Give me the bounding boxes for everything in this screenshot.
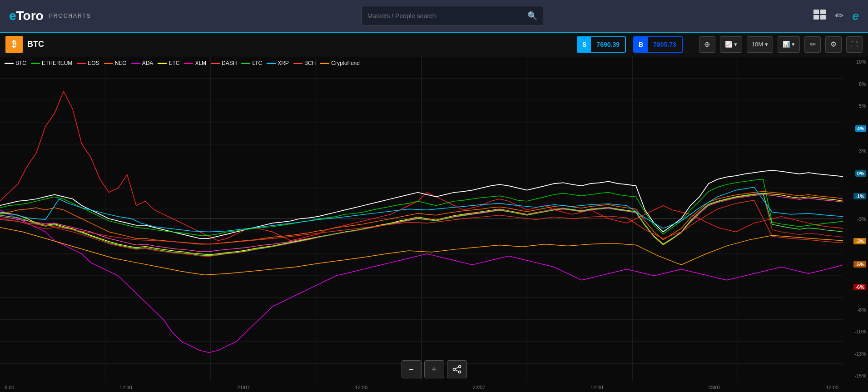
logo-area: eToro PROCHARTS	[9, 9, 91, 23]
search-input[interactable]	[367, 12, 527, 20]
y-badge-0p: 0%	[855, 170, 866, 177]
y-label-neg8p: -8%	[843, 307, 868, 313]
legend-item-xrp: XRP	[267, 60, 289, 66]
chart-legend: BTC ETHEREUM EOS NEO ADA ETC	[5, 60, 360, 66]
y-label-8p: 8%	[843, 81, 868, 87]
x-label-12a: 12:00	[119, 385, 132, 390]
svg-point-26	[458, 366, 461, 368]
settings-button[interactable]: ⚙	[825, 36, 842, 53]
svg-rect-1	[820, 10, 826, 14]
y-label-neg3p: -3%	[843, 216, 868, 222]
svg-point-27	[458, 371, 461, 373]
legend-label-ada: ADA	[142, 60, 154, 66]
search-bar[interactable]: 🔍	[362, 6, 543, 26]
y-badge-4p: 4%	[855, 125, 866, 132]
x-label-12d: 12:00	[826, 385, 838, 390]
chart-container: ₿ BTC S 7690.39 B 7805.73 ⊕ 📈 ▾ 10M ▾ 📊 …	[0, 33, 868, 392]
legend-item-ethereum: ETHEREUM	[31, 60, 72, 66]
legend-label-dash: DASH	[222, 60, 237, 66]
legend-label-bch: BCH	[304, 60, 316, 66]
nav-right-icons: ✏ e	[813, 9, 859, 23]
chart-area: BTC ETHEREUM EOS NEO ADA ETC	[0, 56, 868, 392]
x-label-12c: 12:00	[590, 385, 603, 390]
indicators-dropdown[interactable]: 📊 ▾	[778, 36, 800, 53]
zoom-out-button[interactable]: −	[402, 360, 422, 378]
indicators-chevron-icon: ▾	[792, 41, 795, 48]
fullscreen-button[interactable]: ⛶	[846, 36, 863, 53]
candle-icon: 📊	[783, 41, 790, 48]
x-axis: 0:00 12:00 21/07 12:00 22/07 12:00 23/07…	[0, 385, 843, 390]
sell-label[interactable]: S	[578, 37, 591, 52]
legend-item-btc: BTC	[5, 60, 26, 66]
sell-price-button[interactable]: S 7690.39	[577, 36, 626, 53]
legend-item-dash: DASH	[211, 60, 237, 66]
edit-button[interactable]: ✏	[835, 10, 843, 22]
svg-rect-2	[813, 15, 819, 20]
btc-badge: ₿	[5, 36, 23, 53]
btc-symbol-label: BTC	[27, 40, 44, 49]
crosshair-button[interactable]: ⊕	[699, 36, 715, 53]
y-badge-neg1p: -1%	[853, 193, 866, 199]
x-label-12b: 12:00	[355, 385, 368, 390]
legend-label-etc: ETC	[169, 60, 179, 66]
legend-item-ada: ADA	[131, 60, 154, 66]
y-badge-neg3p: -3%	[853, 238, 866, 244]
y-badge-neg6p: -6%	[853, 284, 866, 290]
chevron-down-icon: ▾	[734, 41, 737, 48]
x-label-22jul: 22/07	[473, 385, 486, 390]
legend-label-xlm: XLM	[195, 60, 206, 66]
y-badge-neg5p: -5%	[853, 261, 866, 268]
buy-price-value: 7805.73	[648, 41, 682, 48]
legend-label-ltc: LTC	[252, 60, 262, 66]
logo: eToro	[9, 9, 44, 23]
zoom-controls: − +	[402, 360, 467, 378]
legend-item-cryptofund: CryptoFund	[320, 60, 360, 66]
chart-type-dropdown[interactable]: 📈 ▾	[720, 36, 742, 53]
legend-label-xrp: XRP	[278, 60, 289, 66]
buy-price-button[interactable]: B 7805.73	[633, 36, 683, 53]
etoro-icon-button[interactable]: e	[853, 9, 859, 23]
legend-label-ethereum: ETHEREUM	[42, 60, 72, 66]
chart-svg	[0, 56, 843, 381]
legend-item-neo: NEO	[104, 60, 127, 66]
svg-line-29	[455, 367, 458, 369]
grid-view-button[interactable]	[813, 10, 826, 22]
x-label-0: 0:00	[5, 385, 14, 390]
legend-label-neo: NEO	[115, 60, 127, 66]
y-label-neg13p: -13%	[843, 351, 868, 357]
legend-item-etc: ETC	[158, 60, 179, 66]
x-label-23jul: 23/07	[708, 385, 721, 390]
chart-svg-wrapper	[0, 56, 843, 381]
legend-label-cryptofund: CryptoFund	[331, 60, 360, 66]
legend-item-eos: EOS	[77, 60, 99, 66]
legend-item-xlm: XLM	[184, 60, 206, 66]
logo-accent: e	[9, 9, 16, 23]
y-axis: 10% 8% 5% 4% 3% 0% -1% -3% -3% -5% -6%	[843, 56, 868, 381]
svg-rect-0	[813, 10, 819, 14]
top-navigation: eToro PROCHARTS 🔍 ✏ e	[0, 0, 868, 33]
svg-line-30	[455, 370, 458, 372]
legend-item-ltc: LTC	[241, 60, 262, 66]
zoom-in-button[interactable]: +	[424, 360, 444, 378]
y-label-5p: 5%	[843, 103, 868, 109]
interval-dropdown[interactable]: 10M ▾	[747, 36, 773, 53]
chart-type-icon: 📈	[725, 41, 732, 48]
interval-chevron-icon: ▾	[765, 41, 768, 48]
y-label-3p: 3%	[843, 148, 868, 154]
draw-tool-button[interactable]: ✏	[804, 36, 821, 53]
buy-label[interactable]: B	[634, 37, 648, 52]
x-label-21jul: 21/07	[237, 385, 250, 390]
svg-rect-3	[820, 15, 826, 20]
interval-label: 10M	[752, 41, 763, 48]
chart-toolbar: ₿ BTC S 7690.39 B 7805.73 ⊕ 📈 ▾ 10M ▾ 📊 …	[0, 33, 868, 56]
y-label-neg10p: -10%	[843, 329, 868, 334]
procharts-label: PROCHARTS	[49, 13, 91, 19]
y-label-neg15p: -15%	[843, 373, 868, 378]
legend-item-bch: BCH	[293, 60, 316, 66]
share-button[interactable]	[447, 360, 467, 378]
legend-label-btc: BTC	[15, 60, 26, 66]
search-icon: 🔍	[527, 11, 537, 21]
y-label-10p: 10%	[843, 59, 868, 65]
sell-price-value: 7690.39	[591, 41, 625, 48]
legend-label-eos: EOS	[88, 60, 99, 66]
